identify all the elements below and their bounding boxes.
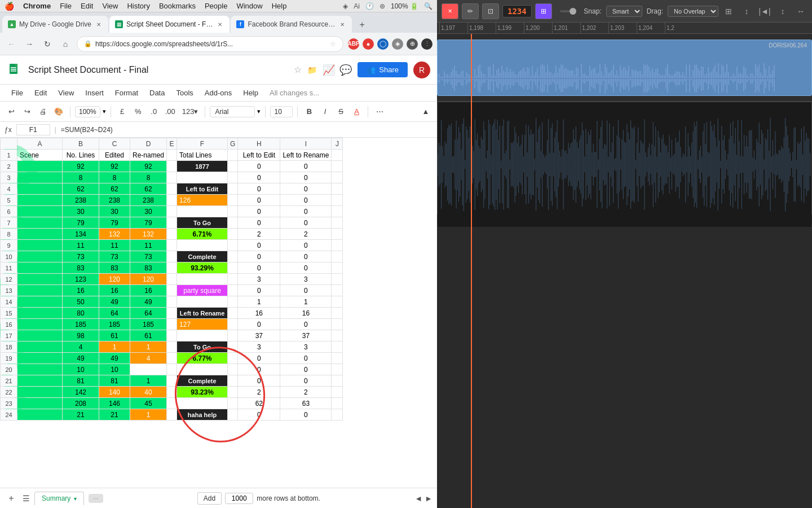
- cell-a[interactable]: [17, 285, 63, 296]
- cell-h[interactable]: 2: [238, 229, 280, 240]
- tab-google-drive-close[interactable]: ✕: [95, 20, 103, 28]
- menu-insert[interactable]: Insert: [81, 87, 108, 98]
- cell-f[interactable]: Complete: [177, 375, 228, 387]
- cell-b[interactable]: 30: [63, 206, 99, 217]
- tab-script-sheet[interactable]: ▦ Script Sheet Document - F… ✕: [109, 16, 230, 33]
- cell-f[interactable]: 126: [177, 195, 228, 206]
- cell-i[interactable]: 37: [280, 330, 332, 341]
- more-formats[interactable]: 123▾: [180, 105, 201, 119]
- cell-d[interactable]: 64: [130, 308, 167, 319]
- cell-f[interactable]: 1877: [177, 161, 228, 172]
- header-col-d[interactable]: D: [130, 138, 167, 150]
- mac-menu-bookmarks[interactable]: Bookmarks: [159, 2, 196, 10]
- cell-e[interactable]: [167, 251, 177, 262]
- cell-f[interactable]: [177, 274, 228, 285]
- cell-h[interactable]: 0: [238, 319, 280, 330]
- cell-e[interactable]: [167, 161, 177, 172]
- daw-slider[interactable]: [560, 10, 576, 12]
- cell-i[interactable]: 0: [280, 353, 332, 364]
- header-col-a[interactable]: A: [17, 138, 63, 150]
- mac-menu-help[interactable]: Help: [272, 2, 287, 10]
- cell-f[interactable]: [177, 364, 228, 375]
- tab-facebook-close[interactable]: ✕: [338, 20, 346, 28]
- cell-b[interactable]: 11: [63, 240, 99, 251]
- menu-data[interactable]: Data: [145, 87, 169, 98]
- redo-button[interactable]: ↪: [20, 105, 34, 119]
- cell-g[interactable]: [228, 296, 238, 308]
- strikethrough-button[interactable]: S: [334, 105, 347, 119]
- cell-f[interactable]: 127: [177, 319, 228, 330]
- cell-j[interactable]: [332, 341, 343, 353]
- cell-c[interactable]: 79: [99, 217, 130, 229]
- cell-c[interactable]: 21: [99, 409, 130, 421]
- reload-button[interactable]: ↻: [41, 37, 54, 51]
- cell-g[interactable]: [228, 161, 238, 172]
- cell-d[interactable]: 92: [130, 161, 167, 172]
- cell-f[interactable]: Total Lines: [177, 150, 228, 161]
- cell-d[interactable]: Re-named: [130, 150, 167, 161]
- sheet-tab-2[interactable]: ···: [89, 494, 103, 503]
- cell-d[interactable]: 185: [130, 319, 167, 330]
- cell-h[interactable]: 0: [238, 285, 280, 296]
- cell-c[interactable]: 81: [99, 375, 130, 387]
- cell-h[interactable]: 3: [238, 274, 280, 285]
- cell-h[interactable]: 0: [238, 183, 280, 195]
- cell-g[interactable]: [228, 274, 238, 285]
- cell-i[interactable]: 1: [280, 296, 332, 308]
- daw-clip-2[interactable]: [437, 102, 812, 214]
- cell-g[interactable]: [228, 251, 238, 262]
- cell-g[interactable]: [228, 398, 238, 409]
- cell-j[interactable]: [332, 150, 343, 161]
- cell-c[interactable]: 10: [99, 364, 130, 375]
- cell-h[interactable]: 0: [238, 172, 280, 183]
- cell-i[interactable]: 63: [280, 398, 332, 409]
- daw-clip-1[interactable]: DORIS#06.264: [437, 40, 812, 96]
- cell-f[interactable]: [177, 296, 228, 308]
- cell-b[interactable]: 4: [63, 341, 99, 353]
- cell-d[interactable]: 61: [130, 330, 167, 341]
- cell-d[interactable]: 11: [130, 240, 167, 251]
- daw-tool-4[interactable]: ↕: [776, 5, 789, 18]
- cell-b[interactable]: 50: [63, 296, 99, 308]
- cell-c[interactable]: 92: [99, 161, 130, 172]
- extension-icon-4[interactable]: ⊕: [407, 38, 418, 50]
- charts-icon[interactable]: 📈: [323, 64, 335, 76]
- cell-e[interactable]: [167, 229, 177, 240]
- cell-f[interactable]: [177, 330, 228, 341]
- cell-f[interactable]: To Go: [177, 341, 228, 353]
- cell-g[interactable]: [228, 341, 238, 353]
- cell-e[interactable]: [167, 150, 177, 161]
- cell-h[interactable]: 62: [238, 398, 280, 409]
- home-button[interactable]: ⌂: [59, 37, 72, 51]
- cell-g[interactable]: [228, 330, 238, 341]
- cell-c[interactable]: 49: [99, 353, 130, 364]
- cell-reference-input[interactable]: [16, 124, 50, 135]
- cell-j[interactable]: [332, 183, 343, 195]
- chrome-menu-icon[interactable]: ⋮: [421, 38, 433, 50]
- cell-i[interactable]: 2: [280, 387, 332, 398]
- cell-b[interactable]: 73: [63, 251, 99, 262]
- decimal-decrease[interactable]: .0: [147, 105, 161, 119]
- tab-script-sheet-close[interactable]: ✕: [216, 20, 224, 28]
- mac-menu-edit[interactable]: Edit: [81, 2, 93, 10]
- cell-j[interactable]: [332, 296, 343, 308]
- cell-e[interactable]: [167, 240, 177, 251]
- cell-h[interactable]: 1: [238, 296, 280, 308]
- cell-d[interactable]: 62: [130, 183, 167, 195]
- cell-a[interactable]: Scene: [17, 150, 63, 161]
- cell-i[interactable]: 0: [280, 183, 332, 195]
- cell-c[interactable]: 146: [99, 398, 130, 409]
- cell-j[interactable]: [332, 251, 343, 262]
- daw-track-2[interactable]: [437, 102, 812, 226]
- cell-f[interactable]: To Go: [177, 217, 228, 229]
- menu-tools[interactable]: Tools: [171, 87, 197, 98]
- cell-j[interactable]: [332, 308, 343, 319]
- cell-i[interactable]: 3: [280, 274, 332, 285]
- cell-g[interactable]: [228, 319, 238, 330]
- cell-c[interactable]: 11: [99, 240, 130, 251]
- cell-h[interactable]: 3: [238, 341, 280, 353]
- cell-d[interactable]: 132: [130, 229, 167, 240]
- mac-menu-history[interactable]: History: [127, 2, 149, 10]
- cell-g[interactable]: [228, 409, 238, 421]
- cell-j[interactable]: [332, 353, 343, 364]
